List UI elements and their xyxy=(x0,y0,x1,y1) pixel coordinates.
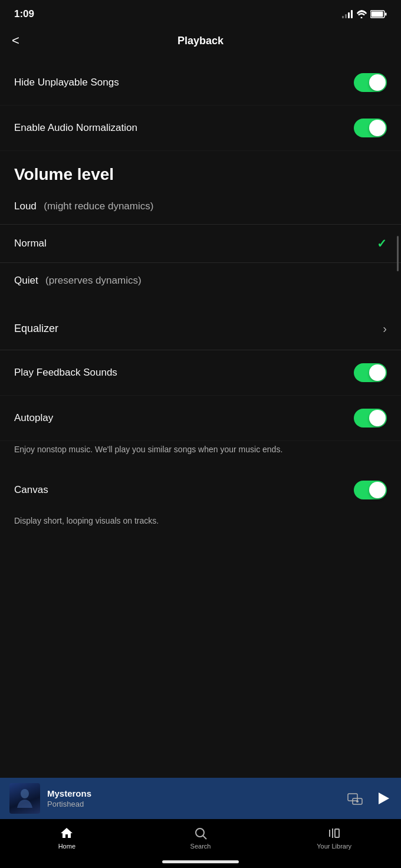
audio-normalization-label: Enable Audio Normalization xyxy=(14,122,137,134)
equalizer-label: Equalizer xyxy=(14,323,58,335)
volume-loud-option[interactable]: Loud (might reduce dynamics) xyxy=(0,189,401,224)
battery-icon xyxy=(370,10,387,18)
now-playing-controls xyxy=(347,790,392,807)
svg-point-3 xyxy=(21,789,29,798)
play-feedback-label: Play Feedback Sounds xyxy=(14,367,117,379)
play-button[interactable] xyxy=(375,790,392,807)
selected-checkmark: ✓ xyxy=(377,236,387,251)
svg-rect-12 xyxy=(335,829,339,837)
toggle-thumb xyxy=(369,74,386,91)
autoplay-label: Autoplay xyxy=(14,412,53,424)
volume-quiet-sub: (preserves dynamics) xyxy=(45,275,142,286)
volume-loud-sub: (might reduce dynamics) xyxy=(44,200,153,212)
hide-unplayable-row: Hide Unplayable Songs xyxy=(0,60,401,106)
toggle-thumb xyxy=(369,120,386,136)
svg-rect-1 xyxy=(372,12,383,17)
svg-marker-7 xyxy=(379,793,389,804)
svg-point-6 xyxy=(356,800,359,803)
audio-normalization-toggle[interactable] xyxy=(354,119,387,137)
volume-normal-option[interactable]: Normal ✓ xyxy=(0,225,401,262)
equalizer-row[interactable]: Equalizer › xyxy=(0,308,401,350)
nav-home[interactable]: Home xyxy=(0,826,134,850)
audio-normalization-row: Enable Audio Normalization xyxy=(0,106,401,151)
autoplay-row: Autoplay xyxy=(0,396,401,441)
hide-unplayable-toggle[interactable] xyxy=(354,73,387,92)
volume-section-title: Volume level xyxy=(14,165,114,183)
svg-line-9 xyxy=(203,836,207,840)
back-button[interactable]: < xyxy=(12,31,24,51)
scroll-indicator xyxy=(397,236,399,271)
signal-icon xyxy=(342,10,353,18)
nav-search[interactable]: Search xyxy=(134,826,268,850)
volume-quiet-label: Quiet xyxy=(14,275,38,286)
volume-section-header: Volume level xyxy=(0,151,401,189)
volume-loud-label: Loud xyxy=(14,200,37,212)
status-icons xyxy=(342,10,387,18)
play-feedback-toggle[interactable] xyxy=(354,363,387,382)
canvas-description: Display short, looping visuals on tracks… xyxy=(0,512,401,539)
canvas-row: Canvas xyxy=(0,468,401,512)
track-art-inner xyxy=(9,783,40,814)
volume-quiet-option[interactable]: Quiet (preserves dynamics) xyxy=(0,263,401,298)
autoplay-description: Enjoy nonstop music. We'll play you simi… xyxy=(0,441,401,468)
home-icon xyxy=(60,826,74,840)
toggle-thumb xyxy=(369,364,386,381)
track-name: Mysterons xyxy=(47,788,340,798)
toggle-thumb xyxy=(369,482,386,498)
svg-point-8 xyxy=(196,828,204,837)
chevron-right-icon: › xyxy=(383,322,387,336)
canvas-toggle[interactable] xyxy=(354,481,387,499)
volume-normal-label: Normal xyxy=(14,238,47,249)
wifi-icon xyxy=(356,10,367,18)
settings-content: Hide Unplayable Songs Enable Audio Norma… xyxy=(0,60,401,774)
status-bar: 1:09 xyxy=(0,0,401,26)
track-info: Mysterons Portishead xyxy=(47,788,340,808)
home-indicator xyxy=(162,860,239,863)
track-artist: Portishead xyxy=(47,800,340,808)
now-playing-bar[interactable]: Mysterons Portishead xyxy=(0,778,401,819)
hide-unplayable-label: Hide Unplayable Songs xyxy=(14,77,119,88)
device-connect-icon[interactable] xyxy=(347,790,363,807)
nav-library[interactable]: Your Library xyxy=(267,826,401,850)
play-feedback-row: Play Feedback Sounds xyxy=(0,350,401,396)
svg-rect-2 xyxy=(385,13,387,16)
search-nav-label: Search xyxy=(190,843,211,850)
status-time: 1:09 xyxy=(14,8,34,20)
track-artwork xyxy=(9,783,40,814)
toggle-thumb xyxy=(369,410,386,426)
canvas-label: Canvas xyxy=(14,484,48,496)
home-nav-label: Home xyxy=(58,843,75,850)
search-icon xyxy=(193,826,208,840)
library-icon xyxy=(327,826,341,840)
page-title: Playback xyxy=(178,35,223,47)
header: < Playback xyxy=(0,26,401,60)
library-nav-label: Your Library xyxy=(317,843,351,850)
autoplay-toggle[interactable] xyxy=(354,409,387,428)
